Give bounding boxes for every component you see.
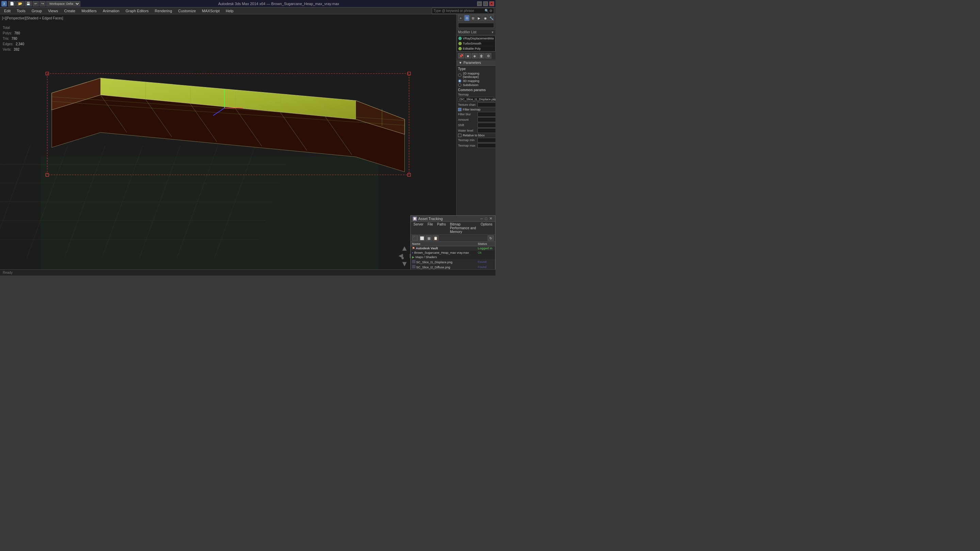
asset-btn-4[interactable]: 📋	[433, 235, 439, 241]
search-input[interactable]	[434, 9, 485, 13]
texmap-min-input[interactable]: 0.0	[477, 138, 495, 143]
asset-restore-button[interactable]: □	[484, 216, 488, 221]
object-name-input[interactable]: SC_Slice	[458, 23, 494, 28]
menu-maxscript[interactable]: MAXScript	[199, 8, 223, 14]
asset-row-diffuse[interactable]: SC_Slice_t2_Diffuse.png Found	[411, 265, 495, 270]
menu-edit[interactable]: Edit	[2, 8, 13, 14]
minimize-window-button[interactable]: ─	[477, 2, 482, 6]
asset-menu-paths[interactable]: Paths	[436, 222, 447, 234]
configure-modifier-button[interactable]: ⚙	[485, 53, 492, 59]
pin-stack-button[interactable]: 📌	[458, 53, 464, 59]
asset-btn-1[interactable]: ⬛	[412, 235, 418, 241]
undo-button[interactable]: ↩	[33, 1, 39, 6]
texture-chan-input[interactable]: 1	[477, 102, 495, 107]
texmap-min-label: Texmap min	[458, 138, 477, 142]
asset-toolbar-left: ⬛ ⬜ ▦ 📋	[412, 235, 439, 241]
filter-texmap-label: Filter texmap	[463, 108, 480, 111]
amount-input[interactable]: 0.2cm	[477, 118, 495, 122]
modifier-turbosmooth[interactable]: TurboSmooth	[457, 41, 495, 46]
texmap-max-input[interactable]: 1.0	[477, 143, 495, 148]
show-end-result-button[interactable]: ■	[465, 53, 471, 59]
menu-customize[interactable]: Customize	[176, 8, 199, 14]
filter-blur-row: Filter blur 0.001	[458, 112, 494, 117]
asset-close-button[interactable]: ✕	[488, 216, 493, 221]
menu-modifiers[interactable]: Modifiers	[79, 8, 99, 14]
parameters-section[interactable]: ▼ Parameters	[457, 60, 495, 66]
png-icon-diffuse	[412, 265, 415, 268]
water-level-input[interactable]: 0.0cm	[477, 128, 495, 133]
tris-row: Tris: 780	[3, 36, 24, 41]
redo-button[interactable]: ↪	[40, 1, 46, 6]
polys-stat: Total	[3, 25, 24, 30]
type-subdivision-radio[interactable]	[458, 83, 461, 87]
relative-bbox-checkbox[interactable]	[458, 134, 461, 137]
asset-tracking-panel: 📋 Asset Tracking ─ □ ✕ Server File Paths…	[410, 215, 495, 275]
modifier-list-header: Modifier List ▼	[457, 30, 495, 35]
type-2d-radio[interactable]	[458, 73, 461, 77]
asset-btn-3[interactable]: ▦	[426, 235, 432, 241]
asset-row-displace[interactable]: SC_Slice_t1_Displace.png Found	[411, 259, 495, 265]
panel-tab-utilities[interactable]: 🔧	[488, 15, 494, 21]
asset-menu-bar: Server File Paths Bitmap Performance and…	[411, 222, 495, 235]
asset-panel-controls: ─ □ ✕	[480, 216, 493, 221]
menu-help[interactable]: Help	[223, 8, 237, 14]
new-button[interactable]: 📄	[8, 1, 16, 6]
shift-input[interactable]: 0.0cm	[477, 123, 495, 127]
menu-bar: Edit Tools Group Views Create Modifiers …	[0, 8, 495, 14]
asset-menu-options[interactable]: Options	[479, 222, 494, 234]
asset-menu-file[interactable]: File	[426, 222, 434, 234]
asset-btn-2[interactable]: ⬜	[419, 235, 425, 241]
panel-tab-hierarchy[interactable]: ⊞	[470, 15, 476, 21]
asset-menu-server[interactable]: Server	[412, 222, 425, 234]
asset-refresh-button[interactable]: ↻	[488, 235, 494, 241]
make-unique-button[interactable]: ◈	[472, 53, 478, 59]
viewport[interactable]: [+][Perspective][Shaded + Edged Faces] T…	[0, 14, 456, 269]
asset-status-max: Ok	[476, 251, 495, 255]
texmap-value[interactable]: (SC_Slice_t1_Displace.png)	[458, 97, 494, 102]
asset-col-status: Status	[476, 242, 495, 246]
save-button[interactable]: 💾	[24, 1, 32, 6]
menu-group[interactable]: Group	[29, 8, 45, 14]
svg-text:▲: ▲	[401, 244, 408, 252]
panel-tab-motion[interactable]: ▶	[476, 15, 482, 21]
title-text: Autodesk 3ds Max 2014 x64 — Brown_Sugarc…	[218, 2, 339, 6]
texmap-section-label: Texmap	[458, 93, 494, 96]
type-subdivision-label: Subdivision	[463, 83, 479, 87]
modifier-editable-poly[interactable]: Editable Poly	[457, 46, 495, 51]
asset-row-maps[interactable]: ▶Maps / Shaders	[411, 255, 495, 259]
remove-modifier-button[interactable]: 🗑	[479, 53, 485, 59]
panel-tab-create[interactable]: +	[458, 15, 463, 21]
edges-row: Edges: 2,340	[3, 41, 24, 47]
type-3d-radio[interactable]	[458, 79, 461, 83]
asset-name-max: ▪Brown_Sugarcane_Heap_max vray.max	[411, 251, 476, 255]
svg-point-46	[401, 257, 404, 259]
modifier-vray-displacement[interactable]: VRayDisplacementMod	[457, 36, 495, 41]
workspace-selector[interactable]: Workspace: Default	[46, 1, 80, 6]
close-window-button[interactable]: ✕	[489, 2, 494, 6]
asset-name-maps: ▶Maps / Shaders	[411, 255, 476, 259]
menu-views[interactable]: Views	[45, 8, 60, 14]
asset-row-max-file[interactable]: ▪Brown_Sugarcane_Heap_max vray.max Ok	[411, 251, 495, 255]
modifier-stack-toolbar: 📌 ■ ◈ 🗑 ⚙	[457, 52, 495, 60]
filter-texmap-checkbox[interactable]	[458, 108, 461, 111]
filter-blur-input[interactable]: 0.001	[477, 112, 495, 117]
asset-minimize-button[interactable]: ─	[480, 216, 484, 221]
amount-row: Amount 0.2cm	[458, 118, 494, 122]
panel-tab-modify[interactable]: ⚙	[464, 15, 469, 21]
menu-create[interactable]: Create	[61, 8, 78, 14]
asset-menu-bitmap-perf[interactable]: Bitmap Performance and Memory	[449, 222, 478, 234]
menu-rendering[interactable]: Rendering	[152, 8, 175, 14]
asset-col-name: Name	[411, 242, 476, 246]
panel-tab-display[interactable]: ◉	[482, 15, 488, 21]
maximize-window-button[interactable]: □	[483, 2, 488, 6]
title-bar-left: 3 📄 📂 💾 ↩ ↪ Workspace: Default	[2, 1, 80, 6]
open-button[interactable]: 📂	[16, 1, 24, 6]
common-params-label: Common params	[458, 88, 494, 92]
modifier-list-dropdown[interactable]: ▼	[491, 30, 494, 34]
shift-label: Shift	[458, 124, 477, 127]
search-bar: 🔍 ⚙	[432, 8, 494, 14]
menu-animation[interactable]: Animation	[100, 8, 122, 14]
menu-graph-editors[interactable]: Graph Editors	[123, 8, 151, 14]
asset-row-vault[interactable]: ⚑Autodesk Vault Logged in	[411, 246, 495, 251]
menu-tools[interactable]: Tools	[14, 8, 28, 14]
